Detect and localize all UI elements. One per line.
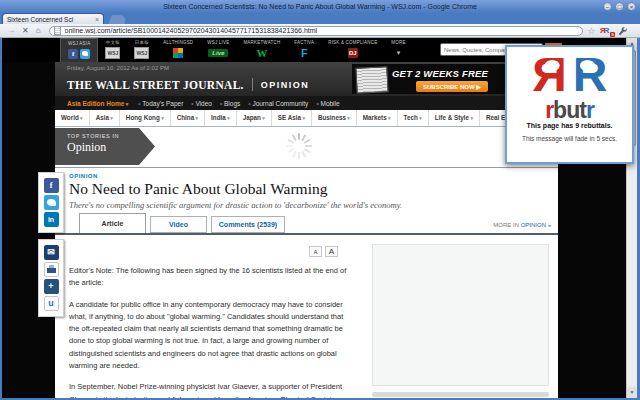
maximize-icon[interactable]: □ — [615, 2, 624, 11]
speech-bubble-icon — [580, 60, 595, 71]
article-section: OPINION No Need to Panic About Global Wa… — [55, 167, 558, 398]
portal-item-allthingsd[interactable]: ALLTHINGSD — [156, 38, 200, 62]
paragraph: In September, Nobel Prize-winning physic… — [69, 381, 355, 398]
rbutr-badge: 9 — [610, 32, 614, 37]
browser-tab[interactable]: Sixteen Concerned Sci × — [2, 13, 104, 24]
portal-item-factiva[interactable]: FACTIVA F — [287, 38, 321, 62]
ad-newspaper-thumb — [355, 66, 388, 94]
tab-strip: Sixteen Concerned Sci × — [0, 13, 640, 24]
nav-item-india[interactable]: India — [205, 110, 237, 126]
portal-item-japanese[interactable]: 日本版 WSJ — [127, 38, 156, 62]
nav-item-asia[interactable]: Asia — [90, 110, 120, 126]
tab-video[interactable]: Video — [150, 216, 207, 233]
wsj-box-icon: WSJ — [105, 47, 120, 59]
portal-item-more[interactable]: MORE ▾ — [384, 38, 412, 62]
section-label: OPINION — [261, 80, 310, 90]
more-in-opinion-link[interactable]: MORE IN OPINION » — [493, 222, 551, 228]
browser-toolbar: → ✕ ⌂ online.wsj.com/article/SB100014240… — [0, 24, 640, 38]
top-stories-flag: TOP STORIES IN Opinion — [55, 128, 155, 165]
facebook-icon[interactable]: f — [68, 49, 78, 59]
page-icon — [54, 26, 61, 35]
address-bar[interactable]: online.wsj.com/article/SB100014240529702… — [49, 26, 583, 36]
risk-compliance-icon: DJ — [348, 48, 358, 58]
masthead: Friday, August 10, 2012 As of 2:02 PM TH… — [55, 62, 558, 96]
portal-item-chinese[interactable]: 中文版 WSJ — [98, 38, 127, 62]
top-stories-strip: TOP STORIES IN Opinion — [55, 127, 558, 167]
close-icon[interactable]: × — [627, 2, 636, 11]
nav-item-business[interactable]: Business — [312, 110, 357, 126]
wsj-logo[interactable]: THE WALL STREET JOURNAL. — [67, 79, 244, 91]
tab-title: Sixteen Concerned Sci — [7, 16, 92, 23]
nav-item-se-asia[interactable]: SE Asia — [272, 110, 312, 126]
nav-item-tech[interactable]: Tech — [398, 110, 429, 126]
window-titlebar: Sixteen Concerned Scientists: No Need to… — [0, 0, 640, 13]
nav-item-hong-kong[interactable]: Hong Kong — [120, 110, 171, 126]
sidebar-divider — [372, 392, 549, 397]
subnav-item-blogs[interactable]: Blogs — [220, 100, 240, 107]
edition-menu[interactable]: Asia Edition Home — [67, 100, 128, 107]
save-icon[interactable]: + — [44, 279, 59, 294]
wsj-live-icon: Live — [208, 49, 228, 57]
factiva-icon: F — [301, 47, 308, 59]
wrench-menu-icon[interactable] — [618, 26, 628, 36]
minimize-icon[interactable]: − — [603, 2, 612, 11]
share-toolbar: f in ✉ + u — [38, 172, 64, 323]
twitter-icon[interactable] — [80, 49, 90, 59]
chevron-down-icon: ▾ — [397, 48, 401, 58]
main-nav: World Asia Hong Kong China India Japan S… — [55, 110, 558, 127]
portal-item-marketwatch[interactable]: MARKETWATCH W — [236, 38, 287, 62]
tab-comments[interactable]: Comments (2539) — [211, 216, 285, 233]
divider — [252, 78, 253, 91]
tab-article[interactable]: Article — [79, 213, 146, 233]
rebuttal-count-text[interactable]: This page has 9 rebuttals. — [507, 122, 632, 129]
subnav-item-mobile[interactable]: Mobile — [316, 100, 339, 107]
nav-item-markets[interactable]: Markets — [357, 110, 398, 126]
rbutr-wordmark: rbutr — [507, 99, 632, 121]
article-tab-bar: Article Video Comments (2539) MORE IN OP… — [55, 211, 558, 235]
stop-icon[interactable]: ✕ — [22, 24, 29, 37]
facebook-share-icon[interactable]: f — [44, 178, 59, 193]
twitter-share-icon[interactable] — [44, 195, 59, 210]
article-body: Editor's Note: The following has been si… — [69, 265, 355, 398]
window-title: Sixteen Concerned Scientists: No Need to… — [163, 3, 477, 10]
nav-item-china[interactable]: China — [171, 110, 205, 126]
print-icon[interactable] — [44, 262, 59, 277]
home-icon[interactable]: ⌂ — [36, 24, 41, 37]
subscribe-now-button[interactable]: SUBSCRIBE NOW ▶ — [416, 81, 488, 92]
allthingsd-grid-icon — [173, 48, 183, 58]
article-headline: No Need to Panic About Global Warming — [69, 180, 509, 198]
subnav-item-todays-paper[interactable]: Today's Paper — [138, 100, 183, 107]
portal-item-risk-compliance[interactable]: RISK & COMPLIANCE DJ — [321, 38, 384, 62]
stumbleupon-icon[interactable]: u — [44, 296, 59, 311]
speech-bubble-icon — [544, 60, 559, 71]
wsj-box-icon: WSJ — [134, 47, 149, 59]
linkedin-share-icon[interactable]: in — [44, 212, 59, 227]
ad-headline: GET 2 WEEKS FREE — [392, 68, 488, 79]
url-text: online.wsj.com/article/SB100014240529702… — [65, 27, 318, 34]
dateline: Friday, August 10, 2012 As of 2:02 PM — [67, 65, 169, 71]
article-kicker[interactable]: OPINION — [69, 173, 98, 179]
sidebar-loading-panel — [372, 244, 549, 386]
sub-nav: Asia Edition Home Today's Paper Video Bl… — [55, 96, 558, 110]
nav-item-life-style[interactable]: Life & Style — [429, 110, 480, 126]
subnav-item-journal-community[interactable]: Journal Community — [248, 100, 308, 107]
font-size-small-button[interactable]: A — [309, 246, 322, 257]
portal-item-wsj-asia[interactable]: WSJ ASIA f — [60, 38, 98, 62]
loading-spinner-icon — [285, 132, 313, 160]
nav-item-world[interactable]: World — [55, 110, 90, 126]
scroll-down-icon[interactable]: ▼ — [627, 387, 637, 398]
rbutr-popup: R R rbutr This page has 9 rebuttals. Thi… — [505, 45, 634, 164]
marketwatch-icon: W — [256, 47, 267, 59]
subnav-item-video[interactable]: Video — [191, 100, 212, 107]
paragraph: A candidate for public office in any con… — [69, 299, 355, 373]
nav-item-japan[interactable]: Japan — [237, 110, 272, 126]
browser-window: Sixteen Concerned Scientists: No Need to… — [0, 0, 640, 400]
tab-close-icon[interactable]: × — [95, 16, 99, 23]
font-size-large-button[interactable]: A — [325, 246, 338, 257]
rbutr-extension-icon[interactable]: RR 9 — [600, 25, 613, 36]
forward-icon[interactable]: → — [7, 24, 15, 37]
portal-item-wsj-live[interactable]: WSJ LIVE Live — [200, 38, 236, 62]
bookmark-star-icon[interactable]: ☆ — [588, 25, 596, 37]
new-tab-button[interactable] — [109, 15, 128, 24]
email-icon[interactable]: ✉ — [44, 245, 59, 260]
